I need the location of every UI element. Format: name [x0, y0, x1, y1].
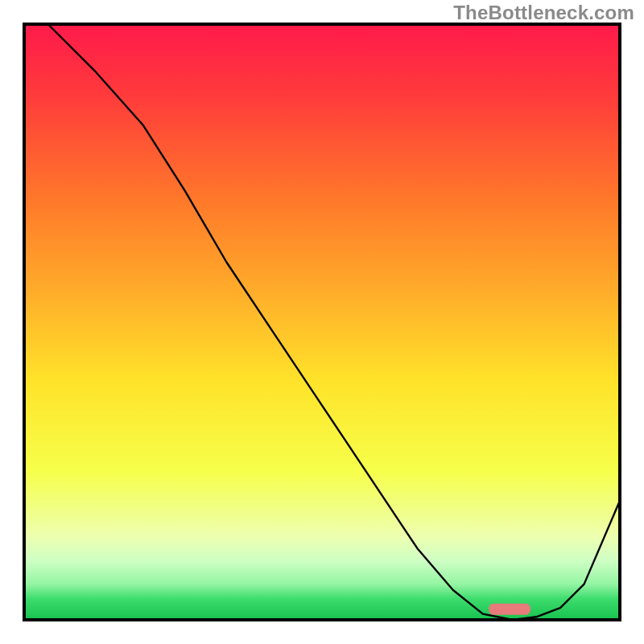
plot-background: [24, 24, 620, 620]
optimal-range-marker: [489, 604, 530, 615]
chart-container: TheBottleneck.com: [0, 0, 644, 644]
chart-svg: [0, 0, 644, 644]
